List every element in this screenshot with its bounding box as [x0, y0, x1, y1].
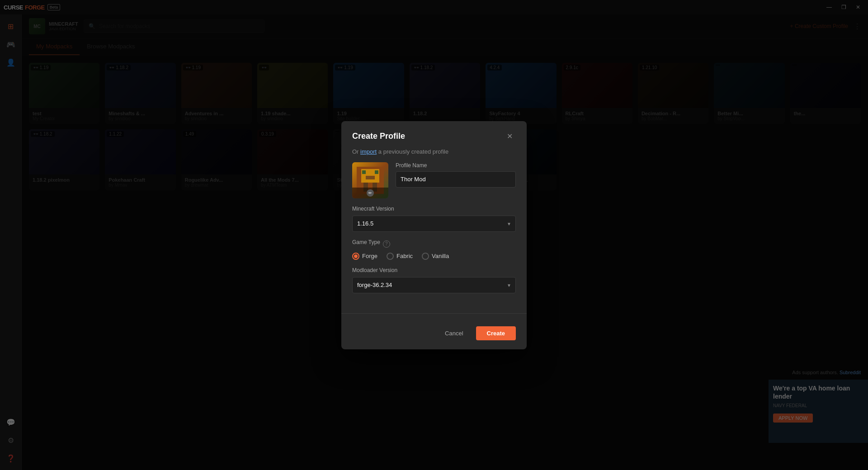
- modloader-section: Modloader Version forge-36.2.34 forge-36…: [352, 267, 516, 293]
- create-button[interactable]: Create: [476, 326, 516, 340]
- game-type-section: Game Type ? Forge Fabric: [352, 239, 516, 260]
- svg-rect-5: [375, 170, 378, 174]
- modal-header: Create Profile ✕: [341, 121, 527, 143]
- modal-divider: [341, 313, 527, 314]
- radio-outer-forge: [352, 253, 359, 260]
- profile-section: ✏ Profile Name: [352, 162, 516, 198]
- game-type-label: Game Type: [352, 239, 380, 245]
- modal-footer: Cancel Create: [341, 321, 527, 349]
- radio-label-forge: Forge: [362, 253, 377, 259]
- modloader-select-wrapper: forge-36.2.34 forge-36.2.33 forge-36.2.3…: [352, 277, 516, 293]
- import-link[interactable]: import: [360, 148, 377, 155]
- radio-inner-forge: [354, 254, 358, 258]
- svg-rect-6: [366, 176, 375, 179]
- modloader-select[interactable]: forge-36.2.34 forge-36.2.33 forge-36.2.3…: [352, 277, 516, 293]
- help-icon[interactable]: ?: [383, 240, 390, 248]
- radio-vanilla[interactable]: Vanilla: [422, 253, 449, 260]
- radio-fabric[interactable]: Fabric: [387, 253, 413, 260]
- cancel-button[interactable]: Cancel: [438, 326, 470, 340]
- create-profile-modal: Create Profile ✕ Or import a previously …: [341, 121, 527, 349]
- radio-label-vanilla: Vanilla: [432, 253, 449, 259]
- mc-version-label: Minecraft Version: [352, 206, 516, 212]
- profile-name-section: Profile Name: [396, 162, 516, 188]
- profile-image-edit-overlay: ✏: [352, 188, 388, 198]
- import-text: Or import a previously created profile: [352, 148, 516, 155]
- mc-version-section: Minecraft Version 1.16.5 1.18.2 1.19 1.2…: [352, 206, 516, 232]
- modloader-label: Modloader Version: [352, 267, 516, 273]
- svg-rect-4: [362, 170, 366, 174]
- modal-close-button[interactable]: ✕: [503, 130, 516, 143]
- radio-outer-vanilla: [422, 253, 429, 260]
- modal-overlay: Create Profile ✕ Or import a previously …: [0, 0, 868, 470]
- profile-name-input[interactable]: [396, 171, 516, 188]
- radio-label-fabric: Fabric: [396, 253, 413, 259]
- game-type-radio-group: Forge Fabric Vanilla: [352, 253, 516, 260]
- mc-version-select-wrapper: 1.16.5 1.18.2 1.19 1.20.1 ▼: [352, 216, 516, 232]
- modal-title: Create Profile: [352, 132, 405, 141]
- profile-image-picker[interactable]: ✏: [352, 162, 388, 198]
- mc-version-select[interactable]: 1.16.5 1.18.2 1.19 1.20.1: [352, 216, 516, 232]
- profile-name-label: Profile Name: [396, 162, 516, 169]
- radio-outer-fabric: [387, 253, 394, 260]
- edit-icon: ✏: [367, 189, 374, 197]
- radio-forge[interactable]: Forge: [352, 253, 377, 260]
- modal-body: Or import a previously created profile: [341, 143, 527, 310]
